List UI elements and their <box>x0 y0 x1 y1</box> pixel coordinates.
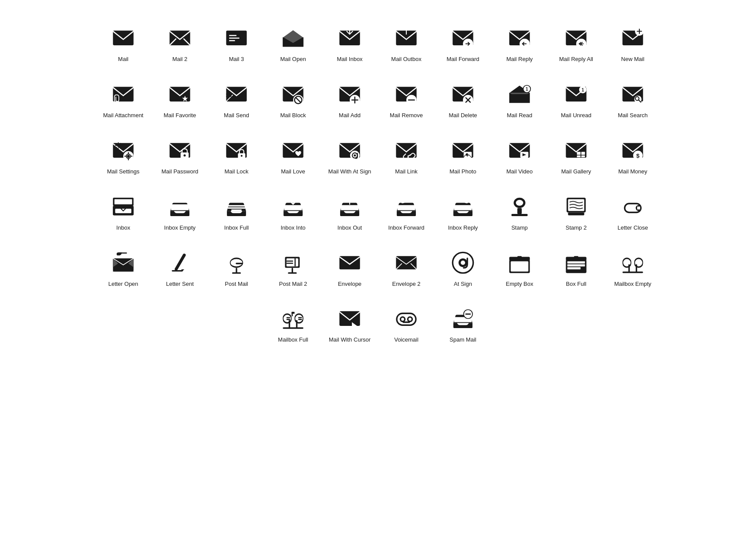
inbox-empty-item[interactable]: Inbox Empty <box>152 186 208 242</box>
mail-with-at-sign-label: Mail With At Sign <box>328 168 371 176</box>
mailbox-empty-label: Mailbox Empty <box>614 281 651 288</box>
mail-outbox-item[interactable]: Mail Outbox <box>378 17 435 74</box>
mail-forward-item[interactable]: Mail Forward <box>435 17 491 74</box>
inbox-item[interactable]: Inbox <box>95 186 152 242</box>
mail-item[interactable]: Mail <box>95 17 152 74</box>
mail-photo-item[interactable]: Mail Photo <box>435 130 491 186</box>
svg-rect-90 <box>231 209 242 210</box>
mail-favorite-item[interactable]: Mail Favorite <box>152 74 208 130</box>
mail-attachment-icon <box>111 82 135 106</box>
mail-video-label: Mail Video <box>506 168 533 176</box>
svg-rect-121 <box>288 272 297 274</box>
svg-rect-91 <box>284 205 302 210</box>
mail-unread-item[interactable]: 1 Mail Unread <box>548 74 604 130</box>
mail-link-item[interactable]: Mail Link <box>378 130 435 186</box>
letter-open-label: Letter Open <box>108 281 138 288</box>
mail-reply-all-icon <box>564 26 588 50</box>
inbox-reply-item[interactable]: Inbox Reply <box>435 186 491 242</box>
svg-text:1: 1 <box>526 87 528 91</box>
inbox-forward-item[interactable]: Inbox Forward <box>378 186 435 242</box>
mail-add-item[interactable]: Mail Add <box>321 74 378 130</box>
inbox-empty-label: Inbox Empty <box>164 224 196 232</box>
svg-rect-77 <box>577 156 580 157</box>
mail-money-icon: $ <box>621 139 645 162</box>
box-full-item[interactable]: Box Full <box>548 242 604 298</box>
mail-reply-item[interactable]: Mail Reply <box>491 17 548 74</box>
mail-with-cursor-item[interactable]: Mail With Cursor <box>321 298 378 354</box>
mail-love-item[interactable]: Mail Love <box>265 130 321 186</box>
spam-mail-label: Spam Mail <box>449 336 476 344</box>
inbox-into-item[interactable]: Inbox Into <box>265 186 321 242</box>
mail-video-item[interactable]: Mail Video <box>491 130 548 186</box>
letter-sent-item[interactable]: Letter Sent <box>152 242 208 298</box>
mail-inbox-label: Mail Inbox <box>337 56 362 63</box>
mail-inbox-item[interactable]: Mail Inbox <box>321 17 378 74</box>
svg-rect-62 <box>283 143 303 158</box>
mail-with-at-sign-item[interactable]: Mail With At Sign <box>321 130 378 186</box>
mail-video-icon <box>508 139 531 162</box>
post-mail-item[interactable]: Post Mail <box>208 242 265 298</box>
svg-point-66 <box>354 154 356 156</box>
mail-2-item[interactable]: Mail 2 <box>152 17 208 74</box>
mail-attachment-item[interactable]: Mail Attachment <box>95 74 152 130</box>
mail-money-item[interactable]: $ Mail Money <box>604 130 661 186</box>
svg-rect-136 <box>574 256 578 260</box>
mailbox-empty-icon <box>621 251 645 274</box>
mail-with-cursor-icon <box>338 307 361 330</box>
at-sign-item[interactable]: At Sign <box>435 242 491 298</box>
mail-delete-item[interactable]: Mail Delete <box>435 74 491 130</box>
svg-rect-76 <box>581 152 585 155</box>
mail-reply-all-label: Mail Reply All <box>559 56 593 63</box>
post-mail-label: Post Mail <box>225 281 248 288</box>
svg-rect-151 <box>298 319 302 320</box>
stamp-icon <box>508 195 531 218</box>
mail-remove-item[interactable]: Mail Remove <box>378 74 435 130</box>
svg-rect-156 <box>292 312 295 314</box>
svg-rect-3 <box>229 35 236 36</box>
mailbox-empty-item[interactable]: Mailbox Empty <box>604 242 661 298</box>
mail-password-item[interactable]: Mail Password <box>152 130 208 186</box>
mail-block-item[interactable]: Mail Block <box>265 74 321 130</box>
letter-close-item[interactable]: Letter Close <box>604 186 661 242</box>
mail-block-label: Mail Block <box>280 112 306 119</box>
mail-send-icon <box>225 82 248 106</box>
inbox-out-item[interactable]: Inbox Out <box>321 186 378 242</box>
mail-open-item[interactable]: Mail Open <box>265 17 321 74</box>
svg-rect-119 <box>287 263 293 264</box>
svg-rect-94 <box>454 205 472 210</box>
empty-box-item[interactable]: Empty Box <box>491 242 548 298</box>
inbox-out-label: Inbox Out <box>338 224 362 232</box>
post-mail-2-item[interactable]: Post Mail 2 <box>265 242 321 298</box>
mail-gallery-item[interactable]: Mail Gallery <box>548 130 604 186</box>
stamp-2-item[interactable]: Stamp 2 <box>548 186 604 242</box>
mail-lock-item[interactable]: Mail Lock <box>208 130 265 186</box>
mail-3-item[interactable]: Mail 3 <box>208 17 265 74</box>
mail-lock-label: Mail Lock <box>225 168 249 176</box>
mail-settings-item[interactable]: Mail Settings <box>95 130 152 186</box>
mail-outbox-label: Mail Outbox <box>391 56 421 63</box>
svg-text:1: 1 <box>581 88 584 92</box>
mail-send-item[interactable]: Mail Send <box>208 74 265 130</box>
svg-rect-97 <box>517 208 522 214</box>
new-mail-item[interactable]: New Mail <box>604 17 661 74</box>
mail-search-icon <box>621 82 645 106</box>
envelope-2-item[interactable]: Envelope 2 <box>378 242 435 298</box>
mail-reply-all-item[interactable]: Mail Reply All <box>548 17 604 74</box>
letter-open-item[interactable]: Letter Open <box>95 242 152 298</box>
svg-rect-123 <box>396 256 416 269</box>
svg-rect-122 <box>339 256 360 269</box>
svg-rect-130 <box>517 256 522 260</box>
spam-mail-item[interactable]: Spam Mail <box>435 298 491 354</box>
mail-read-item[interactable]: 1 Mail Read <box>491 74 548 130</box>
box-full-icon <box>564 251 588 274</box>
mailbox-full-item[interactable]: Mailbox Full <box>265 298 321 354</box>
voicemail-item[interactable]: Voicemail <box>378 298 435 354</box>
mail-search-item[interactable]: Mail Search <box>604 74 661 130</box>
inbox-full-item[interactable]: Inbox Full <box>208 186 265 242</box>
stamp-item[interactable]: Stamp <box>491 186 548 242</box>
mail-gallery-label: Mail Gallery <box>561 168 591 176</box>
at-sign-icon <box>451 251 475 274</box>
mail-read-label: Mail Read <box>507 112 533 119</box>
mail-add-label: Mail Add <box>339 112 361 119</box>
envelope-item[interactable]: Envelope <box>321 242 378 298</box>
